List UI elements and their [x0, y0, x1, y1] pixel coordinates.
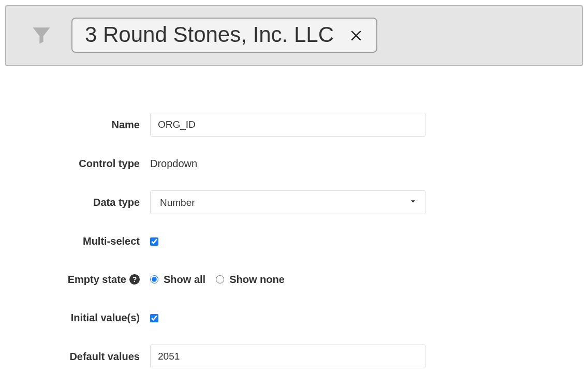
control-type-value: Dropdown	[150, 158, 197, 170]
multi-select-checkbox[interactable]	[150, 237, 158, 246]
control-type-label: Control type	[0, 158, 150, 170]
help-icon[interactable]: ?	[129, 274, 140, 285]
show-all-label: Show all	[164, 274, 205, 286]
multi-select-label: Multi-select	[0, 235, 150, 247]
filter-chip[interactable]: 3 Round Stones, Inc. LLC	[71, 18, 377, 53]
filter-chip-text: 3 Round Stones, Inc. LLC	[85, 24, 334, 46]
filter-icon	[27, 24, 56, 47]
show-none-label: Show none	[229, 274, 285, 286]
default-values-input[interactable]	[150, 345, 425, 368]
default-values-label: Default values	[0, 351, 150, 363]
show-all-radio[interactable]	[150, 275, 158, 283]
name-label: Name	[0, 119, 150, 131]
show-none-radio[interactable]	[216, 275, 224, 283]
name-input[interactable]	[150, 113, 425, 137]
data-type-select[interactable]: Number	[150, 190, 425, 214]
initial-values-label: Initial value(s)	[0, 312, 150, 324]
data-type-label: Data type	[0, 197, 150, 208]
empty-state-label: Empty state	[68, 274, 126, 286]
settings-form: Name Control type Dropdown Data type Num…	[0, 113, 588, 368]
filter-bar: 3 Round Stones, Inc. LLC	[5, 5, 583, 66]
close-icon[interactable]	[348, 27, 364, 42]
initial-values-checkbox[interactable]	[150, 314, 158, 322]
